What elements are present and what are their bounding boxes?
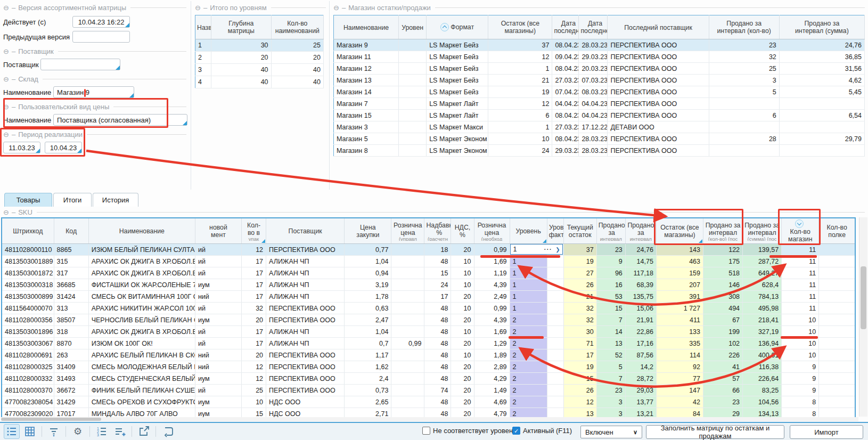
sku-cell[interactable]: АЛИЖАН ЧП [266, 291, 345, 303]
sku-cell[interactable]: 0,99 [474, 244, 510, 256]
stores-column-header[interactable]: Последний поставщик [608, 15, 709, 39]
stores-cell[interactable]: ПЕРСПЕКТИВА ООО [608, 39, 709, 51]
sku-cell[interactable]: АРАХИС НИКИТИН ЖАР.СОЛ 100Г Н [88, 303, 195, 314]
sku-cell[interactable]: 20 [242, 314, 266, 326]
sku-cell[interactable]: 15,06 [625, 303, 656, 314]
levels-column-header[interactable]: Кол-во наименований [271, 15, 323, 39]
sku-cell[interactable]: 48 [424, 303, 451, 314]
sku-cell[interactable]: 68,39 [625, 279, 656, 291]
sku-cell[interactable]: иум [195, 396, 241, 408]
vertical-scrollbar-thumb[interactable] [861, 266, 866, 329]
sku-cell[interactable]: 4811028000110 [2, 244, 54, 256]
sku-cell[interactable]: 20 [451, 291, 474, 303]
sku-cell[interactable]: 335 [656, 338, 703, 349]
levels-cell[interactable]: 20 [211, 52, 271, 64]
sku-cell[interactable]: иум [195, 279, 241, 291]
sku-cell[interactable]: 12 [242, 373, 266, 385]
collapse-icon[interactable]: ⊖ [195, 4, 201, 12]
sku-column-header[interactable]: Текущий остаток [563, 218, 596, 244]
sku-cell[interactable]: 11 [782, 303, 819, 314]
sku-cell[interactable]: иум [195, 314, 241, 326]
sku-cell[interactable]: 628,4 [743, 279, 782, 291]
stores-cell[interactable]: 27.03.23 [552, 121, 579, 133]
sku-cell[interactable]: ИЗЮМ ОК 100Г ОК! [88, 338, 195, 349]
sku-cell[interactable]: 1 [510, 291, 547, 303]
stores-row[interactable]: Магазин 13LS Маркет Бейз2127.03.2307.03.… [334, 75, 865, 86]
sku-cell[interactable]: 1,78 [345, 291, 391, 303]
sku-cell[interactable]: 20 [451, 385, 474, 396]
levels-cell[interactable]: 40 [271, 76, 323, 88]
sku-cell[interactable]: 317 [54, 267, 88, 279]
sku-cell[interactable]: 48 [424, 396, 451, 408]
sku-cell[interactable] [391, 244, 424, 256]
sku-cell[interactable]: 25 [242, 385, 266, 396]
sku-cell[interactable]: 313 [54, 303, 88, 314]
sku-cell[interactable]: 116,38 [743, 361, 782, 373]
levels-cell[interactable]: 2 [195, 52, 211, 64]
sku-column-header[interactable]: Рознична цена(необход [474, 218, 510, 244]
sku-cell[interactable]: 122 [703, 244, 742, 256]
stores-row[interactable]: Магазин 8LS Маркет Эконом2429.03.2328.03… [334, 145, 865, 157]
stores-cell[interactable]: 6 [488, 110, 552, 121]
sku-cell[interactable]: 263 [54, 349, 88, 361]
stores-cell[interactable] [779, 121, 864, 133]
sku-cell[interactable]: 5 [596, 361, 625, 373]
sku-cell[interactable]: 2 [510, 396, 547, 408]
sku-cell[interactable] [819, 373, 855, 385]
sku-cell[interactable]: ФИНИК БЕЛЫЙ ПЕЛИКАН СУШЕНЫЙ [88, 385, 195, 396]
sku-cell[interactable]: 11 [782, 291, 819, 303]
sku-cell[interactable]: 218,41 [743, 314, 782, 326]
sku-cell[interactable]: 518 [703, 267, 742, 279]
fill-matrix-button[interactable]: Заполнить матрицу по остаткам и продажам [646, 425, 784, 439]
stores-column-header[interactable]: Остаток (все магазины) [488, 15, 552, 39]
stores-row[interactable]: Магазин 5LS Маркет Эконом1008.04.2328.03… [334, 133, 865, 145]
grid-view-icon[interactable] [22, 424, 38, 439]
sku-cell[interactable]: 1,62 [345, 361, 391, 373]
ellipsis-menu-button[interactable]: ··· [544, 246, 553, 252]
sku-cell[interactable] [819, 256, 855, 267]
collapse-icon[interactable]: ⊖ [3, 47, 9, 55]
stores-row[interactable]: Магазин 7LS Маркет Лайт1204.04.2304.04.2… [334, 98, 865, 110]
sku-cell[interactable]: 318 [54, 326, 88, 338]
stores-cell[interactable]: Магазин 11 [334, 51, 399, 63]
sku-cell[interactable] [819, 244, 855, 256]
levels-column-header[interactable]: Глубина матрицы [211, 15, 271, 39]
sku-cell[interactable]: 1,89 [474, 349, 510, 361]
sku-cell[interactable]: 495,98 [743, 303, 782, 314]
panel-splitter-right[interactable] [329, 1, 330, 190]
stores-row[interactable]: Магазин 14LS Маркет Бейз1907.04.2308.03.… [334, 86, 865, 98]
sku-cell[interactable]: 1,69 [474, 326, 510, 338]
stores-cell[interactable]: ПЕРСПЕКТИВА ООО [608, 110, 709, 121]
sku-cell[interactable]: 10 [451, 267, 474, 279]
sku-cell[interactable]: 57 [703, 373, 742, 385]
sku-cell[interactable]: 71 [563, 338, 596, 349]
sku-cell[interactable]: ПЕРСПЕКТИВА ООО [266, 314, 345, 326]
stores-cell[interactable]: LS Маркет Бейз [427, 86, 488, 98]
sku-cell[interactable]: 17 [563, 349, 596, 361]
sku-cell[interactable]: ий [195, 338, 241, 349]
stores-cell[interactable]: 37 [488, 39, 552, 51]
sku-cell[interactable]: СМЕСЬ ОРЕХОВ И СУХОФРУКТОВ У [88, 396, 195, 408]
sku-cell[interactable]: 15 [596, 303, 625, 314]
stores-cell[interactable]: LS Маркет Макси [427, 121, 488, 133]
sku-cell[interactable]: 29,03 [625, 385, 656, 396]
sku-row[interactable]: 48110280001108865ИЗЮМ БЕЛЫЙ ПЕЛИКАН СУЛТ… [2, 244, 855, 256]
stores-cell[interactable]: 08.04.23 [552, 110, 579, 121]
sku-cell[interactable]: 0,63 [345, 303, 391, 314]
stores-cell[interactable] [709, 145, 779, 157]
sku-cell[interactable]: 1,69 [474, 256, 510, 267]
sku-cell[interactable]: АЛИЖАН ЧП [266, 279, 345, 291]
sku-cell[interactable]: 1 [510, 279, 547, 291]
stores-cell[interactable]: 5,45 [779, 86, 864, 98]
sku-cell[interactable]: 10 [451, 326, 474, 338]
sku-cell[interactable]: 23 [596, 244, 625, 256]
sku-cell[interactable] [547, 361, 563, 373]
sku-cell[interactable]: АРАХИС ОК ДЖИГА В ХР.ОБОЛ.ВК.Б [88, 256, 195, 267]
sku-cell[interactable]: 42 [656, 396, 703, 408]
sku-cell[interactable]: 411 [656, 314, 703, 326]
sku-column-header[interactable]: Уров факт [547, 218, 563, 244]
stores-cell[interactable] [709, 121, 779, 133]
sku-cell[interactable]: 48 [424, 338, 451, 349]
sku-cell[interactable]: 4813503001889 [2, 256, 54, 267]
sku-row[interactable]: 4813503001872317АРАХИС ОК ДЖИГА В ХР.ОБО… [2, 267, 855, 279]
